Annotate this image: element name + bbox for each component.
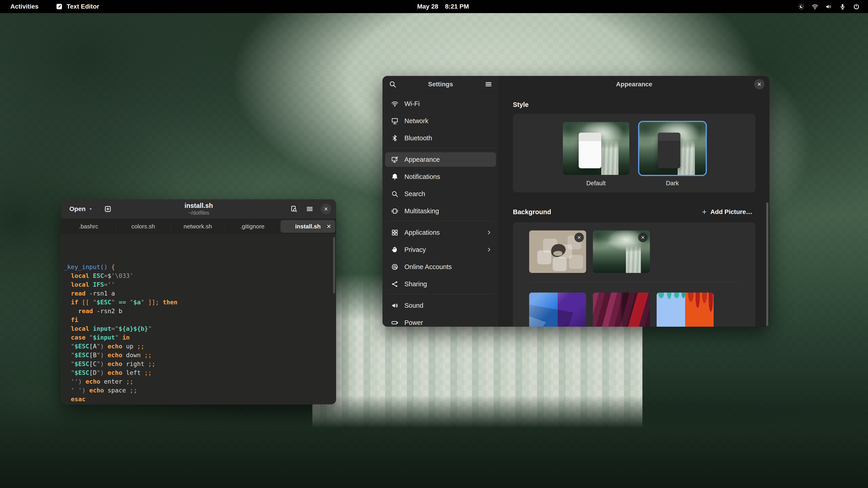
style-option-label: Default <box>586 180 606 187</box>
sidebar-item-label: Notifications <box>404 173 440 181</box>
document-name: install.sh <box>184 202 213 209</box>
sidebar-list: Wi-FiNetworkBluetoothAppearanceNotificat… <box>382 93 499 327</box>
sidebar-item-multitasking[interactable]: Multitasking <box>385 204 496 218</box>
add-picture-label: Add Picture… <box>710 208 752 216</box>
notifications-icon <box>391 173 399 181</box>
sidebar-item-appearance[interactable]: Appearance <box>385 152 496 167</box>
new-tab-button[interactable] <box>103 204 113 214</box>
clock[interactable]: May 28 8:21 PM <box>417 3 469 10</box>
text-editor-window: Open install.sh ~/dotfiles .bashrccolors… <box>61 199 336 404</box>
sidebar-item-label: Sharing <box>404 281 427 288</box>
search-icon <box>391 190 399 198</box>
mini-window <box>658 133 680 168</box>
tab-bar: .bashrccolors.shnetwork.sh.gitignoreinst… <box>61 219 336 234</box>
sidebar-item-search[interactable]: Search <box>385 187 496 201</box>
sound-icon <box>391 302 399 309</box>
open-document-button[interactable]: Open <box>66 203 96 215</box>
power-icon[interactable] <box>853 3 860 10</box>
code-line: local IFS='' <box>64 280 336 289</box>
close-icon <box>757 82 762 87</box>
close-icon <box>641 235 645 239</box>
settings-scrollbar[interactable] <box>766 202 768 327</box>
adwaita-light-wallpaper[interactable] <box>529 230 586 273</box>
settings-main-panel: Appearance Style DefaultDark Background … <box>499 76 770 327</box>
sidebar-item-label: Privacy <box>404 246 426 254</box>
preset-wallpapers-row <box>529 293 739 327</box>
sidebar-item-online-accounts[interactable]: Online Accounts <box>385 260 496 274</box>
brightness-icon[interactable] <box>798 3 805 10</box>
chevron-right-icon <box>486 230 492 235</box>
panel-title: Appearance <box>616 80 652 88</box>
close-settings-button[interactable] <box>754 79 765 90</box>
tab-.gitignore[interactable]: .gitignore <box>225 219 280 234</box>
sidebar-item-network[interactable]: Network <box>385 113 496 128</box>
tab-install.sh[interactable]: install.sh <box>281 220 335 233</box>
blue-purple-wallpaper[interactable] <box>529 293 586 327</box>
code-line: '') echo enter ;; <box>64 377 336 386</box>
close-tab-icon[interactable] <box>326 224 332 229</box>
headerbar-actions <box>289 204 331 214</box>
sidebar-item-sound[interactable]: Sound <box>385 298 496 313</box>
clock-date: May 28 <box>417 3 438 10</box>
code-line: if [[ "$ESC" == "$a" ]]; then <box>64 298 336 306</box>
focused-app-name: Text Editor <box>67 3 99 10</box>
document-preview-icon[interactable] <box>289 204 299 214</box>
volume-icon[interactable] <box>825 3 832 10</box>
style-option-dark[interactable]: Dark <box>639 122 706 193</box>
maroon-red-wallpaper[interactable] <box>593 293 650 327</box>
focused-app-menu[interactable]: Text Editor <box>52 2 102 11</box>
main-headerbar: Appearance <box>499 76 770 93</box>
applications-icon <box>391 229 399 236</box>
sidebar-item-applications[interactable]: Applications <box>385 225 496 240</box>
blue-orange-wallpaper[interactable] <box>657 293 714 327</box>
menu-icon[interactable] <box>485 80 492 88</box>
wifi-icon[interactable] <box>811 3 818 10</box>
add-picture-button[interactable]: Add Picture… <box>698 206 755 217</box>
sharing-icon <box>391 281 399 288</box>
style-preview-dark[interactable] <box>639 122 706 175</box>
code-line: local input="${a}${b}" <box>64 324 336 333</box>
settings-window: Settings Wi-FiNetworkBluetoothAppearance… <box>382 76 770 327</box>
remove-wallpaper-button[interactable] <box>575 233 584 242</box>
style-option-default[interactable]: Default <box>563 122 629 193</box>
menu-icon[interactable] <box>305 204 314 214</box>
activities-button[interactable]: Activities <box>7 2 42 11</box>
pattern-square <box>569 255 583 269</box>
plus-icon <box>702 209 707 215</box>
sidebar-item-power[interactable]: Power <box>385 315 496 327</box>
code-editor-area[interactable]: _key_input() { local ESC=$'\033' local I… <box>61 234 336 404</box>
caret-down-icon <box>88 207 93 211</box>
editor-scrollbar[interactable] <box>333 237 335 293</box>
settings-sidebar: Settings Wi-FiNetworkBluetoothAppearance… <box>382 76 499 327</box>
desktop: Activities Text Editor May 28 8:21 PM Op… <box>0 0 868 488</box>
close-window-button[interactable] <box>321 204 331 214</box>
sidebar-item-bluetooth[interactable]: Bluetooth <box>385 131 496 145</box>
sidebar-item-sharing[interactable]: Sharing <box>385 277 496 291</box>
forest-wallpaper[interactable] <box>593 230 650 273</box>
code-line: "$ESC[C") echo right ;; <box>64 359 336 368</box>
code-line: read -rsn1 a <box>64 289 336 298</box>
style-preview-light[interactable] <box>563 122 629 175</box>
tab-.bashrc[interactable]: .bashrc <box>61 219 116 234</box>
tab-label: colors.sh <box>131 223 155 230</box>
sidebar-divider <box>386 221 495 221</box>
remove-wallpaper-button[interactable] <box>638 233 648 242</box>
sidebar-item-privacy[interactable]: Privacy <box>385 242 496 257</box>
code-line: "$ESC[D") echo left ;; <box>64 368 336 377</box>
online-accounts-icon <box>391 263 399 271</box>
system-status-area[interactable] <box>798 0 860 13</box>
sidebar-item-notifications[interactable]: Notifications <box>385 169 496 184</box>
tab-colors.sh[interactable]: colors.sh <box>116 219 170 234</box>
code-line: case "$input" in <box>64 333 336 342</box>
microphone-icon[interactable] <box>839 3 846 10</box>
tab-label: network.sh <box>184 223 212 230</box>
privacy-icon <box>391 246 399 254</box>
code-line: "$ESC[A") echo up ;; <box>64 342 336 351</box>
sidebar-item-label: Sound <box>404 302 423 309</box>
search-icon[interactable] <box>389 80 397 88</box>
settings-title: Settings <box>382 80 499 88</box>
sidebar-item-wi-fi[interactable]: Wi-Fi <box>385 96 496 111</box>
battery-icon <box>391 319 399 326</box>
network-icon <box>391 117 399 125</box>
tab-network.sh[interactable]: network.sh <box>170 219 225 234</box>
